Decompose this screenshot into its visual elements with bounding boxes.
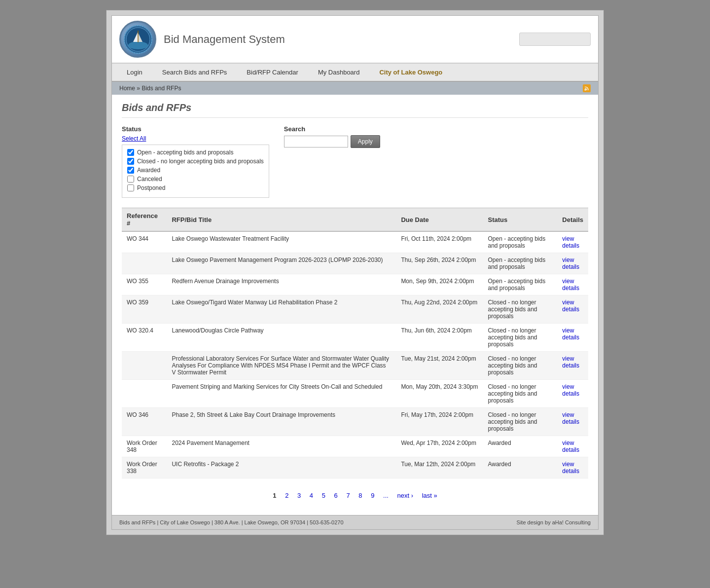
checkboxes-box: Open - accepting bids and proposals Clos… bbox=[122, 145, 269, 198]
nav-city-link[interactable]: City of Lake Oswego bbox=[369, 64, 452, 81]
page-8[interactable]: 8 bbox=[355, 491, 365, 500]
nav-bar: Login Search Bids and RFPs Bid/RFP Calen… bbox=[112, 63, 598, 82]
table-row: Professional Laboratory Services For Sur… bbox=[122, 352, 588, 380]
select-all-link[interactable]: Select All bbox=[122, 135, 269, 142]
cell-status: Closed - no longer accepting bids and pr… bbox=[483, 324, 557, 352]
cell-ref: WO 346 bbox=[122, 408, 167, 436]
footer-right: Site design by aHa! Consulting bbox=[517, 519, 591, 525]
rss-icon[interactable] bbox=[583, 84, 591, 92]
cell-due: Tue, May 21st, 2024 2:00pm bbox=[396, 352, 483, 380]
nav-calendar[interactable]: Bid/RFP Calendar bbox=[237, 64, 308, 81]
breadcrumb-text: Home » Bids and RFPs bbox=[119, 85, 181, 92]
status-open-row: Open - accepting bids and proposals bbox=[127, 149, 264, 156]
status-awarded-label: Awarded bbox=[137, 167, 160, 174]
view-details-link[interactable]: viewdetails bbox=[562, 461, 579, 475]
view-details-link[interactable]: viewdetails bbox=[562, 383, 579, 397]
cell-due: Thu, Aug 22nd, 2024 2:00pm bbox=[396, 295, 483, 324]
main-content: Bids and RFPs Status Select All Open - a… bbox=[112, 95, 598, 515]
table-row: WO 346Phase 2, 5th Street & Lake Bay Cou… bbox=[122, 408, 588, 436]
cell-details: viewdetails bbox=[557, 324, 588, 352]
cell-status: Closed - no longer accepting bids and pr… bbox=[483, 408, 557, 436]
status-closed-row: Closed - no longer accepting bids and pr… bbox=[127, 158, 264, 165]
table-row: Pavement Striping and Marking Services f… bbox=[122, 380, 588, 408]
cell-due: Fri, May 17th, 2024 2:00pm bbox=[396, 408, 483, 436]
cell-ref: WO 355 bbox=[122, 274, 167, 295]
breadcrumb-separator: » bbox=[137, 85, 142, 92]
view-details-link[interactable]: viewdetails bbox=[562, 299, 579, 313]
status-canceled-checkbox[interactable] bbox=[127, 176, 134, 183]
filters-section: Status Select All Open - accepting bids … bbox=[122, 125, 588, 198]
cell-details: viewdetails bbox=[557, 253, 588, 274]
page-4[interactable]: 4 bbox=[306, 491, 317, 500]
cell-details: viewdetails bbox=[557, 295, 588, 324]
cell-title: Lake Oswego Pavement Management Program … bbox=[167, 253, 396, 274]
cell-due: Fri, Oct 11th, 2024 2:00pm bbox=[396, 231, 483, 253]
pagination-next[interactable]: next › bbox=[393, 491, 417, 500]
header-search-input[interactable] bbox=[519, 33, 591, 46]
cell-title: Pavement Striping and Marking Services f… bbox=[167, 380, 396, 408]
page-6[interactable]: 6 bbox=[331, 491, 341, 500]
table-row: Lake Oswego Pavement Management Program … bbox=[122, 253, 588, 274]
status-closed-checkbox[interactable] bbox=[127, 158, 134, 165]
cell-title: Phase 2, 5th Street & Lake Bay Court Dra… bbox=[167, 408, 396, 436]
breadcrumb-current: Bids and RFPs bbox=[142, 85, 181, 92]
outer-wrapper: Bid Management System Login Search Bids … bbox=[106, 10, 604, 535]
view-details-link[interactable]: viewdetails bbox=[562, 411, 579, 425]
nav-dashboard[interactable]: My Dashboard bbox=[308, 64, 370, 81]
page-3[interactable]: 3 bbox=[294, 491, 304, 500]
footer: Bids and RFPs | City of Lake Oswego | 38… bbox=[112, 515, 598, 529]
apply-button[interactable]: Apply bbox=[351, 135, 380, 148]
cell-ref: Work Order 338 bbox=[122, 457, 167, 478]
cell-title: Lake Oswego/Tigard Water Manway Lid Reha… bbox=[167, 295, 396, 324]
view-details-link[interactable]: viewdetails bbox=[562, 278, 579, 292]
search-input[interactable] bbox=[284, 136, 348, 147]
status-postponed-label: Postponed bbox=[137, 184, 165, 191]
table-row: WO 355Redfern Avenue Drainage Improvemen… bbox=[122, 274, 588, 295]
page-1: 1 bbox=[269, 491, 280, 500]
pagination-last[interactable]: last » bbox=[419, 491, 441, 500]
breadcrumb-home[interactable]: Home bbox=[119, 85, 135, 92]
table-body: WO 344Lake Oswego Wastewater Treatment F… bbox=[122, 231, 588, 478]
cell-ref bbox=[122, 253, 167, 274]
nav-login[interactable]: Login bbox=[117, 64, 152, 81]
page-7[interactable]: 7 bbox=[343, 491, 353, 500]
status-open-checkbox[interactable] bbox=[127, 149, 134, 156]
cell-due: Wed, Apr 17th, 2024 2:00pm bbox=[396, 436, 483, 457]
col-title: RFP/Bid Title bbox=[167, 208, 396, 232]
page-title: Bids and RFPs bbox=[122, 102, 588, 118]
header: Bid Management System bbox=[112, 16, 598, 63]
status-awarded-checkbox[interactable] bbox=[127, 167, 134, 174]
cell-details: viewdetails bbox=[557, 231, 588, 253]
cell-ref bbox=[122, 352, 167, 380]
col-due: Due Date bbox=[396, 208, 483, 232]
inner-wrapper: Bid Management System Login Search Bids … bbox=[111, 15, 599, 530]
pagination-ellipsis: ... bbox=[380, 491, 392, 500]
view-details-link[interactable]: viewdetails bbox=[562, 327, 579, 341]
breadcrumb: Home » Bids and RFPs bbox=[112, 82, 598, 95]
cell-status: Closed - no longer accepting bids and pr… bbox=[483, 295, 557, 324]
status-postponed-checkbox[interactable] bbox=[127, 184, 134, 191]
view-details-link[interactable]: viewdetails bbox=[562, 440, 579, 453]
cell-details: viewdetails bbox=[557, 274, 588, 295]
nav-search-bids[interactable]: Search Bids and RFPs bbox=[152, 64, 237, 81]
cell-status: Closed - no longer accepting bids and pr… bbox=[483, 352, 557, 380]
page-5[interactable]: 5 bbox=[319, 491, 329, 500]
search-filter-row: Apply bbox=[284, 135, 380, 148]
cell-due: Tue, Mar 12th, 2024 2:00pm bbox=[396, 457, 483, 478]
footer-left: Bids and RFPs | City of Lake Oswego | 38… bbox=[119, 519, 344, 525]
cell-due: Thu, Jun 6th, 2024 2:00pm bbox=[396, 324, 483, 352]
page-2[interactable]: 2 bbox=[282, 491, 292, 500]
cell-details: viewdetails bbox=[557, 408, 588, 436]
cell-title: Professional Laboratory Services For Sur… bbox=[167, 352, 396, 380]
cell-details: viewdetails bbox=[557, 436, 588, 457]
cell-ref bbox=[122, 380, 167, 408]
cell-due: Mon, Sep 9th, 2024 2:00pm bbox=[396, 274, 483, 295]
view-details-link[interactable]: viewdetails bbox=[562, 257, 579, 270]
pagination: 1 2 3 4 5 6 7 8 9 ... next › last » bbox=[122, 486, 588, 505]
page-9[interactable]: 9 bbox=[367, 491, 378, 500]
table-row: WO 344Lake Oswego Wastewater Treatment F… bbox=[122, 231, 588, 253]
view-details-link[interactable]: viewdetails bbox=[562, 355, 579, 369]
site-title: Bid Management System bbox=[164, 33, 285, 46]
cell-status: Open - accepting bids and proposals bbox=[483, 274, 557, 295]
view-details-link[interactable]: viewdetails bbox=[562, 235, 579, 249]
